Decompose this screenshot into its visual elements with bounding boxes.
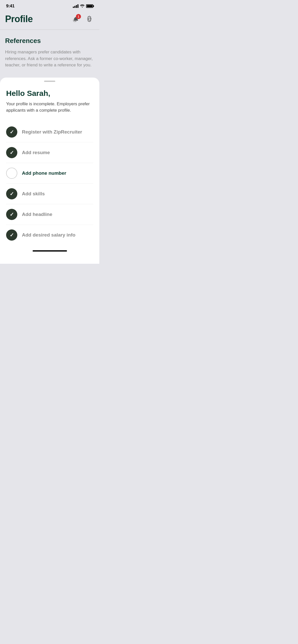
checkmark: ✓	[10, 150, 14, 155]
checklist-item-label: Add phone number	[22, 170, 66, 176]
checklist-item[interactable]: ✓Add desired salary info	[6, 225, 93, 245]
checklist-item[interactable]: ✓Register with ZipRecruiter	[6, 122, 93, 142]
checklist: ✓Register with ZipRecruiter✓Add resumeAd…	[6, 122, 93, 245]
wifi-icon	[80, 4, 85, 8]
notifications-button[interactable]: 1	[71, 14, 81, 24]
checked-icon: ✓	[6, 126, 17, 138]
status-time: 9:41	[6, 4, 15, 9]
sheet-subtitle: Your profile is incomplete. Employers pr…	[6, 101, 93, 114]
notification-badge: 1	[76, 14, 81, 19]
checklist-item[interactable]: ✓Add skills	[6, 184, 93, 204]
unchecked-icon	[6, 168, 17, 179]
checkmark: ✓	[10, 191, 14, 196]
home-indicator	[33, 250, 67, 252]
settings-button[interactable]	[85, 14, 94, 24]
header: Profile 1	[0, 11, 99, 30]
references-description: Hiring managers prefer candidates with r…	[5, 49, 94, 68]
checked-icon: ✓	[6, 147, 17, 158]
checklist-item-label: Add headline	[22, 212, 52, 217]
page-title: Profile	[5, 14, 33, 24]
header-actions: 1	[71, 14, 94, 24]
checklist-item-label: Add desired salary info	[22, 232, 75, 238]
checklist-item[interactable]: ✓Add resume	[6, 142, 93, 163]
checkmark: ✓	[10, 232, 14, 238]
checked-icon: ✓	[6, 188, 17, 199]
checkmark: ✓	[10, 212, 14, 217]
battery-icon	[86, 4, 93, 8]
bottom-sheet: Hello Sarah, Your profile is incomplete.…	[0, 78, 99, 264]
signal-icon	[73, 4, 78, 8]
checklist-item-label: Add resume	[22, 150, 50, 155]
checklist-item[interactable]: ✓Add headline	[6, 204, 93, 225]
sheet-greeting: Hello Sarah,	[6, 89, 93, 98]
checklist-item-label: Register with ZipRecruiter	[22, 129, 82, 135]
references-title: References	[5, 37, 94, 45]
status-bar: 9:41	[0, 0, 99, 11]
checklist-item[interactable]: Add phone number	[6, 163, 93, 184]
checked-icon: ✓	[6, 229, 17, 241]
references-section: References Hiring managers prefer candid…	[0, 30, 99, 74]
sheet-handle	[44, 81, 55, 82]
status-icons	[73, 4, 93, 8]
checkmark: ✓	[10, 129, 14, 135]
checked-icon: ✓	[6, 209, 17, 220]
gear-icon	[86, 15, 93, 23]
checklist-item-label: Add skills	[22, 191, 45, 197]
